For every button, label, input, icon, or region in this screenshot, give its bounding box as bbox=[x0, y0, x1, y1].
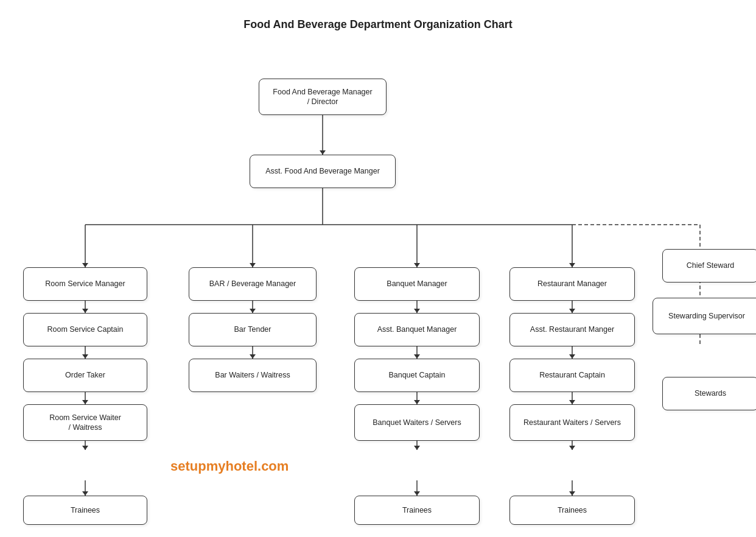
svg-marker-49 bbox=[414, 263, 420, 267]
node-asst-restaurant-mgr: Asst. Restaurant Manger bbox=[509, 313, 635, 346]
node-stewards: Stewards bbox=[662, 377, 756, 410]
svg-marker-34 bbox=[250, 309, 256, 313]
svg-marker-50 bbox=[569, 263, 575, 267]
svg-marker-35 bbox=[250, 354, 256, 359]
svg-marker-46 bbox=[320, 150, 326, 155]
svg-marker-47 bbox=[82, 263, 88, 267]
node-rs-waiter: Room Service Waiter / Waitress bbox=[23, 404, 147, 441]
svg-marker-44 bbox=[569, 446, 575, 450]
node-stewarding-supervisor: Stewarding Supervisor bbox=[653, 298, 756, 334]
svg-marker-32 bbox=[82, 446, 88, 450]
svg-marker-31 bbox=[82, 400, 88, 404]
node-trainees-1: Trainees bbox=[23, 496, 147, 525]
svg-marker-48 bbox=[250, 263, 256, 267]
node-restaurant-mgr: Restaurant Manager bbox=[509, 267, 635, 301]
node-fb-director: Food And Beverage Manager / Director bbox=[259, 79, 387, 115]
svg-marker-38 bbox=[414, 400, 420, 404]
svg-marker-33 bbox=[82, 491, 88, 496]
node-bar-waiters: Bar Waiters / Waitress bbox=[189, 359, 317, 392]
svg-marker-41 bbox=[569, 309, 575, 313]
node-bar-tender: Bar Tender bbox=[189, 313, 317, 346]
node-room-service-mgr: Room Service Manager bbox=[23, 267, 147, 301]
svg-marker-40 bbox=[414, 491, 420, 496]
node-asst-banquet-mgr: Asst. Banquet Manager bbox=[354, 313, 480, 346]
node-order-taker: Order Taker bbox=[23, 359, 147, 392]
node-restaurant-waiters: Restaurant Waiters / Servers bbox=[509, 404, 635, 441]
node-banquet-waiters: Banquet Waiters / Servers bbox=[354, 404, 480, 441]
node-restaurant-captain: Restaurant Captain bbox=[509, 359, 635, 392]
svg-marker-45 bbox=[569, 491, 575, 496]
svg-marker-42 bbox=[569, 354, 575, 359]
node-bar-mgr: BAR / Beverage Manager bbox=[189, 267, 317, 301]
svg-marker-39 bbox=[414, 446, 420, 450]
page: Food And Beverage Department Organizatio… bbox=[0, 0, 756, 537]
node-chief-steward: Chief Steward bbox=[662, 249, 756, 283]
node-room-service-captain: Room Service Captain bbox=[23, 313, 147, 346]
svg-marker-37 bbox=[414, 354, 420, 359]
chart-title: Food And Beverage Department Organizatio… bbox=[12, 18, 744, 31]
node-asst-fb: Asst. Food And Beverage Manger bbox=[250, 155, 396, 188]
node-trainees-2: Trainees bbox=[354, 496, 480, 525]
watermark: setupmyhotel.com bbox=[170, 458, 289, 474]
node-banquet-mgr: Banquet Manager bbox=[354, 267, 480, 301]
org-chart: Food And Beverage Manager / Director Ass… bbox=[12, 42, 744, 535]
svg-marker-43 bbox=[569, 400, 575, 404]
node-trainees-3: Trainees bbox=[509, 496, 635, 525]
svg-marker-30 bbox=[82, 354, 88, 359]
svg-marker-36 bbox=[414, 309, 420, 313]
svg-marker-29 bbox=[82, 309, 88, 313]
node-banquet-captain: Banquet Captain bbox=[354, 359, 480, 392]
